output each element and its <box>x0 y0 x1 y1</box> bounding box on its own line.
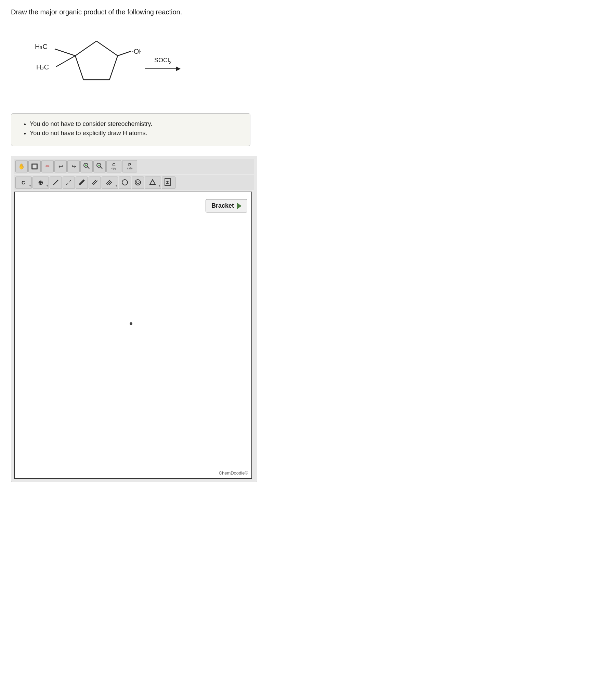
bond-dropdown-arrow: ▾ <box>116 184 117 187</box>
arrow-line <box>145 66 181 71</box>
note-item: You do not have to consider stereochemis… <box>30 120 240 128</box>
ring-dropdown-arrow: ▾ <box>159 184 160 187</box>
single-bond-button[interactable] <box>50 177 62 189</box>
svg-line-20 <box>79 180 84 185</box>
ring-dropdown-icon <box>149 179 156 187</box>
drawing-canvas[interactable]: Bracket ChemDoodle® <box>14 192 252 479</box>
ring-circle-button[interactable] <box>119 177 131 189</box>
carbon-label: C <box>22 180 25 185</box>
zoom-in-tool[interactable] <box>80 160 93 172</box>
svg-text:±: ± <box>166 179 169 185</box>
svg-line-4 <box>75 41 96 56</box>
bold-bond-icon <box>78 179 85 187</box>
paste-icon: P aste <box>127 163 132 170</box>
chemdoodle-credit: ChemDoodle® <box>219 470 248 476</box>
svg-point-28 <box>136 181 139 184</box>
notes-box: You do not have to consider stereochemis… <box>11 113 250 146</box>
bracket-tooltip: Bracket <box>206 199 247 212</box>
eraser-tool[interactable]: ✏ <box>41 160 54 172</box>
question-text: Draw the major organic product of the fo… <box>11 8 590 16</box>
reaction-arrow: SOCl2 <box>145 57 181 71</box>
bracket-tooltip-arrow-icon <box>237 203 241 209</box>
svg-line-23 <box>106 180 110 184</box>
eraser-icon: ✏ <box>45 163 50 169</box>
molecule-structure: H₃C H₃C -OH <box>31 26 141 102</box>
svg-text:H₃C: H₃C <box>36 63 49 71</box>
svg-line-1 <box>109 56 118 80</box>
ring-filled-icon <box>134 179 141 187</box>
svg-line-3 <box>75 56 83 80</box>
svg-line-6 <box>56 56 75 67</box>
double-bond-icon <box>91 179 98 187</box>
undo-icon: ↩ <box>58 163 63 170</box>
copy-icon: C opy <box>112 163 117 170</box>
bold-bond-button[interactable] <box>76 177 88 189</box>
reagent-label: SOCl2 <box>154 57 171 65</box>
svg-marker-29 <box>150 180 155 184</box>
bracket-icon: ± <box>165 178 173 187</box>
hand-icon <box>18 163 25 170</box>
zoom-out-tool[interactable] <box>93 160 106 172</box>
undo-tool[interactable]: ↩ <box>54 160 67 172</box>
note-item: You do not have to explicitly draw H ato… <box>30 130 240 137</box>
ring-filled-button[interactable] <box>132 177 144 189</box>
paste-tool[interactable]: P aste <box>122 160 137 172</box>
svg-line-12 <box>87 167 89 169</box>
carbon-dropdown-arrow: ▾ <box>29 184 31 187</box>
zoom-out-icon <box>96 163 103 170</box>
bracket-tooltip-text: Bracket <box>211 202 234 209</box>
svg-line-16 <box>100 167 102 169</box>
lasso-tool[interactable]: 🔲 <box>28 160 41 172</box>
zoom-in-icon <box>83 163 90 170</box>
svg-text:-OH: -OH <box>131 48 141 55</box>
add-atom-icon: ⊕ <box>38 179 43 186</box>
svg-line-19 <box>66 180 71 185</box>
add-atom-dropdown-arrow: ▾ <box>47 184 48 187</box>
dashed-bond-button[interactable] <box>63 177 75 189</box>
svg-line-9 <box>118 51 131 56</box>
svg-line-5 <box>55 49 75 56</box>
notes-list: You do not have to consider stereochemis… <box>22 120 240 137</box>
svg-line-25 <box>109 182 112 185</box>
triple-bond-icon <box>106 179 113 187</box>
svg-text:H₃C: H₃C <box>35 43 48 50</box>
double-bond-button[interactable] <box>89 177 101 189</box>
hand-tool[interactable] <box>15 160 28 172</box>
svg-line-18 <box>53 180 58 185</box>
copy-tool[interactable]: C opy <box>106 160 121 172</box>
redo-icon: ↪ <box>71 163 76 170</box>
svg-point-26 <box>122 180 128 185</box>
molecule-svg: H₃C H₃C -OH <box>31 26 141 101</box>
toolbar-row2: C ▾ ⊕ ▾ <box>14 175 254 190</box>
chemdoodle-widget: 🔲 ✏ ↩ ↪ <box>11 156 257 482</box>
dashed-bond-icon <box>65 179 72 187</box>
add-atom-button[interactable]: ⊕ ▾ <box>32 177 49 189</box>
ring-dropdown-button[interactable]: ▾ <box>145 177 161 189</box>
svg-line-0 <box>96 41 118 56</box>
svg-line-21 <box>92 180 96 184</box>
canvas-dot <box>130 322 132 325</box>
ring-circle-icon <box>121 179 128 187</box>
lasso-icon: 🔲 <box>31 163 38 170</box>
triple-bond-button[interactable]: ▾ <box>102 177 118 189</box>
single-bond-icon <box>52 179 59 187</box>
toolbar-row1: 🔲 ✏ ↩ ↪ <box>14 159 254 174</box>
svg-point-27 <box>135 180 141 185</box>
svg-line-22 <box>93 181 97 185</box>
reaction-area: H₃C H₃C -OH SOCl2 <box>31 26 590 102</box>
element-c-button[interactable]: C ▾ <box>15 177 32 189</box>
bracket-button[interactable]: ± <box>162 177 175 189</box>
redo-tool[interactable]: ↪ <box>67 160 80 172</box>
